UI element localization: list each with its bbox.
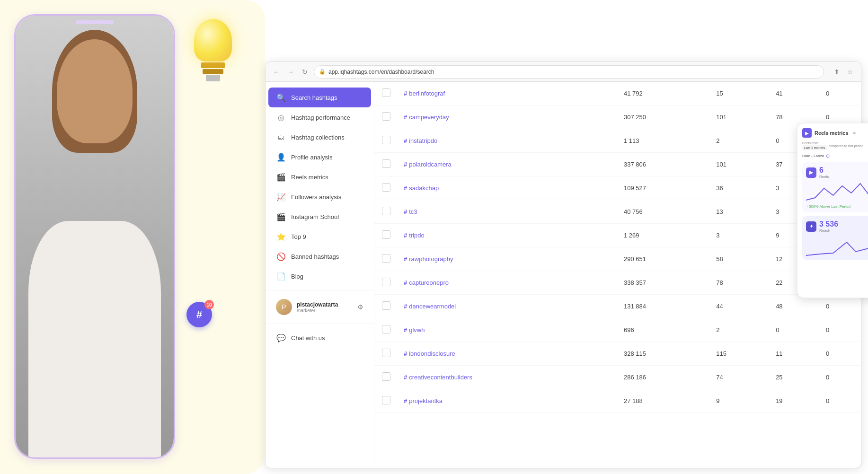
sidebar-item-search-hashtags[interactable]: 🔍 Search hashtags [268,88,371,107]
hashtag-fab-symbol: # [196,308,202,321]
table-row[interactable]: # tc3 40 756 13 3 0 [374,200,861,224]
hashtag-cell[interactable]: # campeveryday [398,105,618,129]
checkbox-cell[interactable] [374,389,398,413]
table-row[interactable]: # instatripdo 1 113 2 0 0 [374,129,861,153]
gear-icon[interactable]: ⚙ [357,303,363,311]
hashtag-cell[interactable]: # creativecontentbuilders [398,366,618,389]
checkbox-cell[interactable] [374,342,398,366]
hashtag-name: captureonepro [409,279,449,286]
hashtag-table: # berlinfotograf 41 792 15 41 0 # campev… [374,82,861,413]
hashtag-cell[interactable]: # instatripdo [398,129,618,153]
hashtag-cell[interactable]: # captureonepro [398,271,618,295]
checkbox-cell[interactable] [374,271,398,295]
hashtag-link[interactable]: # creativecontentbuilders [404,374,612,381]
search-icon: 🔍 [276,92,286,103]
reels-date-row: Date - Latest ⊙ [802,153,868,158]
hashtag-cell[interactable]: # projektantka [398,389,618,413]
reels-filter-select[interactable]: Last 3 months [802,145,827,150]
hashtag-cell[interactable]: # dancewearmodel [398,295,618,318]
hashtag-link[interactable]: # captureonepro [404,279,612,286]
hashtag-cell[interactable]: # londondisclosure [398,342,618,366]
reels-reach-number: 3 536 [819,220,838,228]
table-row[interactable]: # captureonepro 338 357 78 22 0 [374,271,861,295]
hashtag-name: polaroidcamera [409,161,452,168]
reels-card-header: ▶ Reels metrics ≡ [802,128,868,138]
checkbox-cell[interactable] [374,318,398,342]
sidebar-role: marketer [297,308,338,313]
checkbox-cell[interactable] [374,224,398,247]
table-row[interactable]: # campeveryday 307 250 101 78 0 [374,105,861,129]
table-row[interactable]: # creativecontentbuilders 286 186 74 25 … [374,366,861,389]
refresh-button[interactable]: ↻ [300,67,310,77]
sidebar-label-search-hashtags: Search hashtags [291,94,337,101]
hashtag-cell[interactable]: # sadakchap [398,176,618,200]
hashtag-cell[interactable]: # tc3 [398,200,618,224]
share-button[interactable]: ⬆ [832,67,842,77]
hashtag-cell[interactable]: # polaroidcamera [398,153,618,176]
hashtag-link[interactable]: # campeveryday [404,114,612,121]
table-row[interactable]: # polaroidcamera 337 806 101 37 0 [374,153,861,176]
hashtag-symbol: # [404,255,407,263]
hashtag-table-container[interactable]: # berlinfotograf 41 792 15 41 0 # campev… [374,82,861,468]
sidebar-item-profile-analysis[interactable]: 👤 Profile analysis [268,147,371,167]
avg-likes: 101 [710,105,770,129]
hashtag-link[interactable]: # instatripdo [404,137,612,144]
avg-comments: 41 [770,82,820,105]
hashtag-link[interactable]: # berlinfotograf [404,90,612,97]
hashtag-link[interactable]: # sadakchap [404,184,612,192]
hashtag-cell[interactable]: # tripdo [398,224,618,247]
sidebar-item-banned-hashtags[interactable]: 🚫 Banned hashtags [268,246,371,266]
forward-button[interactable]: → [285,67,296,77]
back-button[interactable]: ← [271,67,282,77]
hashtag-cell[interactable]: # berlinfotograf [398,82,618,105]
reels-percent-text: ↑ 500% Above Last Period [806,204,868,209]
sidebar-item-hashtag-collections[interactable]: 🗂 Hashtag collections [268,127,371,147]
sidebar-item-followers-analysis[interactable]: 📈 Followers analysis [268,187,371,207]
checkbox-cell[interactable] [374,153,398,176]
checkbox-cell[interactable] [374,129,398,153]
hashtag-link[interactable]: # tripdo [404,232,612,239]
hashtag-fab-button[interactable]: # 10 [186,302,212,327]
hashtag-link[interactable]: # dancewearmodel [404,303,612,310]
url-bar[interactable]: 🔒 app.iqhashtags.com/en/dashboard/search [314,65,824,79]
checkbox-cell[interactable] [374,366,398,389]
checkbox-cell[interactable] [374,295,398,318]
bulb-base2 [203,69,223,74]
hashtag-cell[interactable]: # glvwh [398,318,618,342]
sidebar-item-blog[interactable]: 📄 Blog [268,266,371,286]
table-row[interactable]: # glvwh 696 2 0 0 [374,318,861,342]
checkbox-cell[interactable] [374,200,398,224]
phone-mockup [14,14,175,459]
table-row[interactable]: # projektantka 27 188 9 19 0 [374,389,861,413]
hashtag-cell[interactable]: # rawphotography [398,247,618,271]
hashtag-link[interactable]: # tc3 [404,208,612,215]
checkbox-cell[interactable] [374,105,398,129]
posts-count: 41 792 [618,82,710,105]
hashtag-link[interactable]: # polaroidcamera [404,161,612,168]
table-row[interactable]: # londondisclosure 328 115 115 11 0 [374,342,861,366]
checkbox-cell[interactable] [374,247,398,271]
table-row[interactable]: # dancewearmodel 131 884 44 48 0 [374,295,861,318]
hashtag-link[interactable]: # projektantka [404,397,612,404]
sidebar-item-reels-metrics[interactable]: 🎬 Reels metrics [268,167,371,187]
avg-likes: 15 [710,82,770,105]
table-row[interactable]: # sadakchap 109 527 36 3 0 [374,176,861,200]
sidebar-item-instagram-school[interactable]: 🎬 Instagram School [268,207,371,227]
reels-date-filter-icon[interactable]: ⊙ [826,153,830,158]
hashtag-link[interactable]: # glvwh [404,326,612,334]
table-row[interactable]: # tripdo 1 269 3 9 0 [374,224,861,247]
hashtag-link[interactable]: # rawphotography [404,255,612,263]
bookmark-button[interactable]: ☆ [845,67,855,77]
sidebar-item-chat[interactable]: 💬 Chat with us [268,328,371,348]
hashtag-link[interactable]: # londondisclosure [404,350,612,357]
sidebar-item-hashtag-performance[interactable]: ◎ Hashtag performance [268,107,371,127]
posts-count: 1 113 [618,129,710,153]
table-row[interactable]: # berlinfotograf 41 792 15 41 0 [374,82,861,105]
sidebar-item-top9[interactable]: ⭐ Top 9 [268,227,371,246]
checkbox-cell[interactable] [374,82,398,105]
table-row[interactable]: # rawphotography 290 651 58 12 0 [374,247,861,271]
checkbox-cell[interactable] [374,176,398,200]
browser-chrome: ← → ↻ 🔒 app.iqhashtags.com/en/dashboard/… [266,62,861,82]
hashtag-symbol: # [404,232,407,239]
hashtag-name: campeveryday [409,114,449,121]
